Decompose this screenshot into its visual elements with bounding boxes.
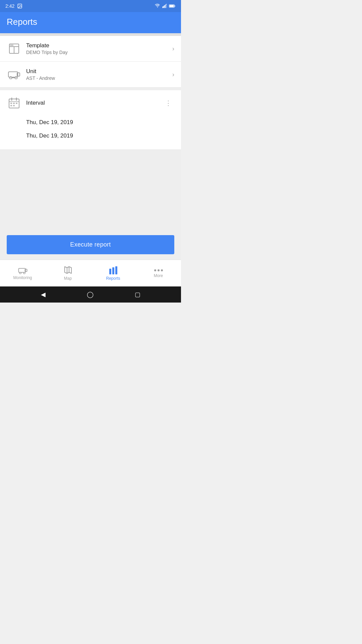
unit-icon [7,67,21,82]
svg-rect-28 [13,105,15,106]
nav-item-reports[interactable]: Reports [90,260,136,286]
interval-header: Interval ⋮ [7,96,174,110]
page-header: Reports [0,12,181,33]
svg-rect-6 [166,4,167,8]
svg-rect-36 [109,269,111,274]
back-button[interactable]: ◀ [41,291,46,298]
wifi-icon [155,3,160,9]
svg-rect-10 [170,5,174,7]
unit-text: Unit AST - Andrew [21,68,172,81]
svg-point-41 [161,269,163,271]
svg-point-2 [157,7,158,8]
execute-button-container: Execute report [0,230,181,260]
svg-line-7 [163,4,167,8]
page-title: Reports [7,17,174,27]
svg-rect-25 [13,103,15,104]
svg-rect-30 [25,269,27,271]
svg-rect-38 [115,266,117,274]
home-button[interactable]: ◯ [87,291,94,298]
svg-point-40 [158,269,160,271]
top-section-divider [0,33,181,36]
more-nav-label: More [154,273,163,278]
svg-rect-14 [10,45,13,46]
monitoring-nav-label: Monitoring [13,275,32,280]
system-nav-bar: ◀ ◯ ▢ [0,286,181,303]
empty-gray-area [0,149,181,230]
svg-point-39 [154,269,156,271]
template-icon [7,41,21,56]
nav-item-more[interactable]: More [136,260,181,286]
svg-rect-27 [10,105,12,106]
template-text: Template DEMO Trips by Day [21,42,172,55]
interval-section: Interval ⋮ Thu, Dec 19, 2019 Thu, Dec 19… [0,90,181,149]
template-list-item[interactable]: Template DEMO Trips by Day › [0,36,181,62]
signal-icon [162,3,167,9]
unit-title: Unit [26,68,172,75]
gallery-icon [17,3,22,9]
interval-start-date[interactable]: Thu, Dec 19, 2019 [7,116,174,129]
svg-rect-9 [174,5,175,7]
svg-rect-26 [16,103,17,104]
recents-button[interactable]: ▢ [135,291,140,298]
map-nav-icon [64,266,72,275]
interval-end-date[interactable]: Thu, Dec 19, 2019 [7,129,174,143]
unit-chevron-icon: › [172,71,174,78]
interval-more-button[interactable]: ⋮ [162,98,174,108]
more-nav-icon [154,269,163,272]
svg-rect-24 [10,103,12,104]
nav-item-monitoring[interactable]: Monitoring [0,260,45,286]
bottom-navigation: Monitoring Map Reports [0,260,181,286]
svg-rect-37 [112,267,114,274]
unit-subtitle: AST - Andrew [26,75,172,81]
map-nav-label: Map [64,276,72,281]
interval-title: Interval [21,100,162,106]
battery-icon [169,4,176,8]
execute-report-button[interactable]: Execute report [7,235,174,254]
reports-nav-icon [109,266,118,275]
nav-item-map[interactable]: Map [45,260,90,286]
svg-rect-29 [18,268,25,272]
interval-icon [7,96,21,110]
template-title: Template [26,42,172,49]
status-icons [155,3,176,9]
monitoring-nav-icon [18,267,27,274]
unit-list-item[interactable]: Unit AST - Andrew › [0,62,181,88]
reports-nav-label: Reports [106,276,120,281]
svg-marker-33 [65,267,71,273]
template-chevron-icon: › [172,45,174,52]
mid-section-divider [0,88,181,90]
svg-point-1 [19,5,19,6]
template-subtitle: DEMO Trips by Day [26,50,172,55]
status-time: 2:42 [5,3,14,9]
status-bar: 2:42 [0,0,181,12]
